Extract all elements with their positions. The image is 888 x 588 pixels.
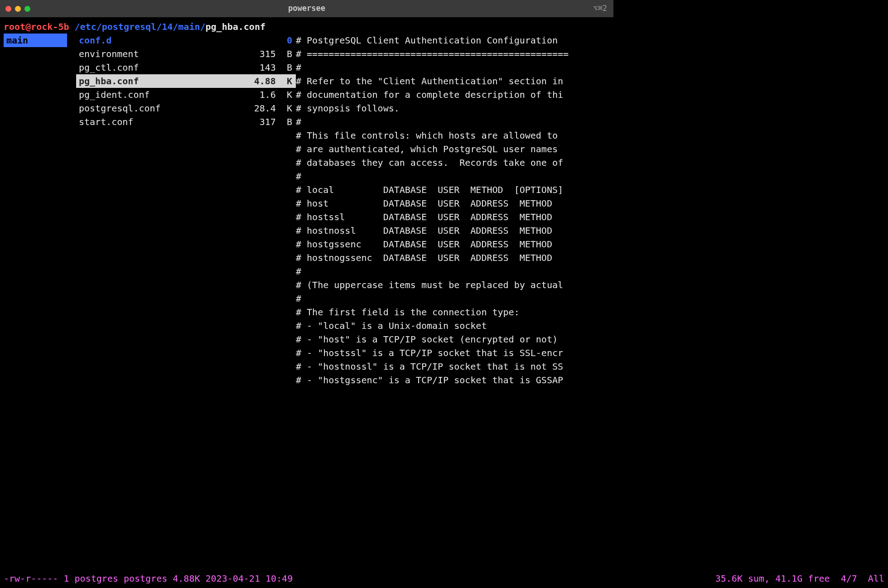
file-row[interactable]: pg_ctl.conf143 B [76, 61, 296, 74]
maximize-button[interactable] [24, 6, 30, 12]
parent-dir-column[interactable]: main [4, 34, 76, 387]
file-size: 317 B [260, 115, 292, 129]
file-name: pg_hba.conf [79, 74, 139, 88]
minimize-button[interactable] [15, 6, 21, 12]
prompt-path: /etc/postgresql/14/main/ [69, 21, 206, 32]
file-list-column[interactable]: conf.d0environment315 Bpg_ctl.conf143 Bp… [76, 34, 296, 387]
file-size: 4.88 K [254, 74, 292, 88]
file-size: 0 [287, 34, 292, 47]
path-line: root@rock-5b /etc/postgresql/14/main/pg_… [0, 17, 613, 34]
file-row[interactable]: conf.d0 [76, 34, 296, 47]
file-size: 143 B [260, 61, 292, 74]
parent-dir-selected[interactable]: main [4, 34, 67, 47]
file-row[interactable]: start.conf317 B [76, 115, 296, 129]
file-size: 1.6 K [260, 88, 292, 101]
ranger-columns: main conf.d0environment315 Bpg_ctl.conf1… [0, 34, 613, 387]
file-size: 28.4 K [254, 101, 292, 115]
file-preview-column: # PostgreSQL Client Authentication Confi… [296, 34, 610, 387]
window-shortcut-indicator: ⌥⌘2 [593, 3, 607, 14]
file-name: conf.d [79, 34, 111, 47]
window-title: powersee [288, 3, 325, 14]
file-row-selected[interactable]: pg_hba.conf4.88 K [76, 74, 296, 88]
close-button[interactable] [5, 6, 11, 12]
terminal-content: root@rock-5b /etc/postgresql/14/main/pg_… [0, 17, 613, 387]
window-titlebar: powersee ⌥⌘2 [0, 0, 613, 17]
file-name: pg_ctl.conf [79, 61, 139, 74]
file-name: pg_ident.conf [79, 88, 150, 101]
file-name: postgresql.conf [79, 101, 161, 115]
traffic-lights [5, 6, 30, 12]
prompt-current-file: pg_hba.conf [206, 21, 265, 32]
file-size: 315 B [260, 47, 292, 61]
prompt-user: root@rock-5b [4, 21, 69, 32]
file-row[interactable]: postgresql.conf28.4 K [76, 101, 296, 115]
file-name: start.conf [79, 115, 133, 129]
file-row[interactable]: pg_ident.conf1.6 K [76, 88, 296, 101]
file-row[interactable]: environment315 B [76, 47, 296, 61]
file-name: environment [79, 47, 139, 61]
